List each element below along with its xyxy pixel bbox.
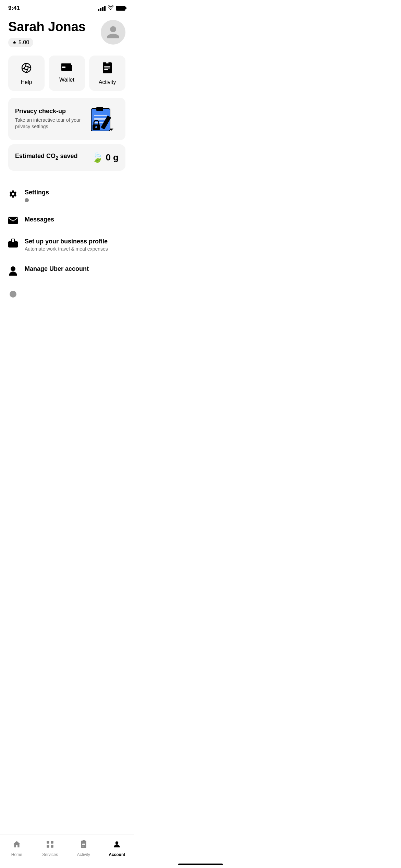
settings-menu-item[interactable]: Settings — [0, 182, 134, 209]
svg-point-0 — [22, 63, 31, 72]
svg-point-28 — [11, 266, 15, 271]
partial-menu-item[interactable] — [0, 282, 134, 326]
messages-menu-item[interactable]: Messages — [0, 209, 134, 231]
privacy-subtitle: Take an interactive tour of your privacy… — [15, 117, 88, 130]
svg-rect-18 — [94, 118, 107, 120]
svg-point-29 — [10, 291, 16, 298]
quick-actions: Help Wallet Activity — [0, 47, 134, 91]
briefcase-icon — [8, 238, 18, 248]
svg-rect-12 — [104, 69, 108, 70]
header: Sarah Jonas ★ 5.00 — [0, 14, 134, 47]
co2-value: 0 g — [106, 152, 119, 163]
cards-section: Privacy check-up Take an interactive tou… — [0, 91, 134, 171]
svg-point-21 — [95, 126, 97, 128]
header-left: Sarah Jonas ★ 5.00 — [8, 20, 86, 47]
help-label: Help — [21, 79, 32, 85]
privacy-card[interactable]: Privacy check-up Take an interactive tou… — [8, 98, 125, 140]
settings-title: Settings — [25, 189, 49, 196]
status-time: 9:41 — [8, 5, 20, 12]
svg-rect-7 — [61, 63, 71, 65]
activity-icon — [102, 62, 112, 76]
partial-icon — [8, 289, 18, 298]
status-icons — [98, 5, 125, 11]
business-title: Set up your business profile — [25, 238, 108, 245]
avatar[interactable] — [101, 20, 125, 45]
settings-badge — [25, 198, 29, 202]
rating-value: 5.00 — [19, 39, 29, 46]
svg-rect-11 — [104, 68, 110, 69]
wallet-icon — [61, 62, 72, 73]
rating-badge: ★ 5.00 — [8, 38, 33, 47]
svg-rect-25 — [8, 241, 18, 248]
svg-rect-17 — [94, 115, 107, 116]
privacy-title: Privacy check-up — [15, 108, 88, 115]
svg-rect-14 — [106, 62, 109, 63]
activity-card[interactable]: Activity — [89, 56, 125, 91]
svg-rect-27 — [12, 240, 14, 242]
messages-title: Messages — [25, 216, 54, 223]
menu-list: Settings Messages Set up your business — [0, 179, 134, 328]
wallet-label: Wallet — [59, 77, 74, 83]
person-icon — [8, 265, 18, 276]
battery-icon — [116, 6, 125, 11]
co2-card[interactable]: Estimated CO2 saved 🍃 0 g — [8, 144, 125, 171]
gear-icon — [8, 189, 18, 198]
star-icon: ★ — [12, 40, 17, 45]
privacy-illustration — [88, 105, 119, 133]
status-bar: 9:41 — [0, 0, 134, 14]
envelope-icon — [8, 216, 18, 224]
svg-rect-24 — [8, 217, 18, 224]
wallet-card[interactable]: Wallet — [49, 56, 85, 91]
activity-label: Activity — [99, 79, 116, 85]
manage-account-menu-item[interactable]: Manage Uber account — [0, 258, 134, 282]
signal-icon — [98, 6, 106, 11]
svg-rect-8 — [62, 67, 65, 68]
leaf-icon: 🍃 — [92, 152, 104, 163]
svg-point-1 — [25, 66, 28, 70]
wifi-icon — [108, 5, 114, 11]
co2-title: Estimated CO2 saved — [15, 153, 77, 161]
svg-rect-16 — [96, 107, 103, 111]
help-icon — [21, 62, 32, 76]
business-menu-item[interactable]: Set up your business profile Automate wo… — [0, 231, 134, 258]
user-name: Sarah Jonas — [8, 20, 86, 34]
avatar-icon — [106, 25, 121, 40]
help-card[interactable]: Help — [8, 56, 45, 91]
manage-account-title: Manage Uber account — [25, 265, 89, 273]
svg-rect-10 — [104, 66, 110, 67]
business-subtitle: Automate work travel & meal expenses — [25, 246, 108, 252]
